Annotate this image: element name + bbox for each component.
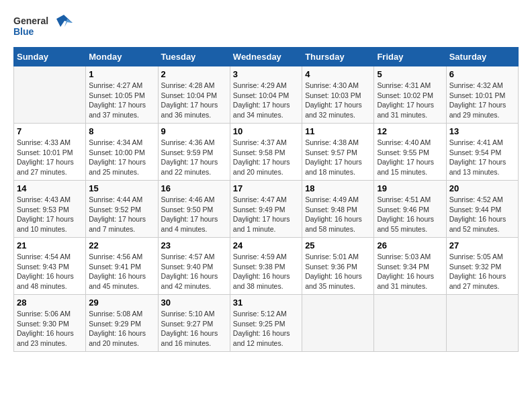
calendar-cell: 6Sunrise: 4:32 AM Sunset: 10:01 PM Dayli… [446,66,518,124]
calendar-cell: 13Sunrise: 4:41 AM Sunset: 9:54 PM Dayli… [446,124,518,181]
day-number: 1 [89,69,154,79]
day-number: 27 [449,240,515,250]
calendar-cell: 19Sunrise: 4:51 AM Sunset: 9:46 PM Dayli… [374,181,446,238]
day-number: 11 [305,126,371,136]
calendar-cell [302,295,374,352]
col-header-wednesday: Wednesday [230,48,302,66]
calendar-table: SundayMondayTuesdayWednesdayThursdayFrid… [13,47,519,352]
calendar-cell [374,295,446,352]
svg-text:Blue: Blue [13,26,34,37]
day-info: Sunrise: 4:33 AM Sunset: 10:01 PM Daylig… [17,138,83,177]
day-number: 23 [161,240,227,250]
day-number: 28 [17,298,83,308]
day-number: 6 [449,69,515,79]
calendar-cell: 1Sunrise: 4:27 AM Sunset: 10:05 PM Dayli… [86,66,158,124]
day-info: Sunrise: 4:44 AM Sunset: 9:52 PM Dayligh… [89,195,154,234]
calendar-cell: 31Sunrise: 5:12 AM Sunset: 9:25 PM Dayli… [230,295,302,352]
calendar-cell: 8Sunrise: 4:34 AM Sunset: 10:00 PM Dayli… [86,124,158,181]
calendar-cell: 20Sunrise: 4:52 AM Sunset: 9:44 PM Dayli… [446,181,518,238]
day-info: Sunrise: 4:34 AM Sunset: 10:00 PM Daylig… [89,138,154,177]
day-number: 8 [89,126,154,136]
day-info: Sunrise: 4:49 AM Sunset: 9:48 PM Dayligh… [305,195,371,234]
day-number: 14 [17,183,83,193]
calendar-cell: 5Sunrise: 4:31 AM Sunset: 10:02 PM Dayli… [374,66,446,124]
day-info: Sunrise: 4:47 AM Sunset: 9:49 PM Dayligh… [233,195,299,234]
day-number: 7 [17,126,83,136]
calendar-cell: 15Sunrise: 4:44 AM Sunset: 9:52 PM Dayli… [86,181,158,238]
svg-text:General: General [13,15,48,26]
day-number: 29 [89,298,154,308]
day-number: 10 [233,126,299,136]
calendar-cell: 24Sunrise: 4:59 AM Sunset: 9:38 PM Dayli… [230,238,302,295]
col-header-tuesday: Tuesday [158,48,230,66]
calendar-cell: 26Sunrise: 5:03 AM Sunset: 9:34 PM Dayli… [374,238,446,295]
day-number: 19 [377,183,443,193]
col-header-friday: Friday [374,48,446,66]
day-info: Sunrise: 4:51 AM Sunset: 9:46 PM Dayligh… [377,195,443,234]
calendar-cell: 27Sunrise: 5:05 AM Sunset: 9:32 PM Dayli… [446,238,518,295]
day-number: 30 [161,298,227,308]
day-info: Sunrise: 4:41 AM Sunset: 9:54 PM Dayligh… [449,138,515,177]
day-info: Sunrise: 4:37 AM Sunset: 9:58 PM Dayligh… [233,138,299,177]
calendar-cell: 21Sunrise: 4:54 AM Sunset: 9:43 PM Dayli… [14,238,86,295]
col-header-sunday: Sunday [14,48,86,66]
day-info: Sunrise: 4:43 AM Sunset: 9:53 PM Dayligh… [17,195,83,234]
day-number: 17 [233,183,299,193]
calendar-cell: 7Sunrise: 4:33 AM Sunset: 10:01 PM Dayli… [14,124,86,181]
day-info: Sunrise: 4:30 AM Sunset: 10:03 PM Daylig… [305,81,371,120]
day-number: 15 [89,183,154,193]
day-number: 9 [161,126,227,136]
calendar-cell [14,66,86,124]
day-info: Sunrise: 5:12 AM Sunset: 9:25 PM Dayligh… [233,309,299,349]
calendar-cell: 17Sunrise: 4:47 AM Sunset: 9:49 PM Dayli… [230,181,302,238]
day-info: Sunrise: 4:28 AM Sunset: 10:04 PM Daylig… [161,81,227,120]
day-number: 4 [305,69,371,79]
svg-marker-2 [56,15,73,27]
day-info: Sunrise: 4:52 AM Sunset: 9:44 PM Dayligh… [449,195,515,234]
day-number: 24 [233,240,299,250]
day-number: 13 [449,126,515,136]
day-info: Sunrise: 4:59 AM Sunset: 9:38 PM Dayligh… [233,252,299,291]
col-header-saturday: Saturday [446,48,518,66]
calendar-cell: 9Sunrise: 4:36 AM Sunset: 9:59 PM Daylig… [158,124,230,181]
day-number: 20 [449,183,515,193]
day-info: Sunrise: 4:29 AM Sunset: 10:04 PM Daylig… [233,81,299,120]
day-number: 21 [17,240,83,250]
calendar-cell [446,295,518,352]
calendar-cell: 18Sunrise: 4:49 AM Sunset: 9:48 PM Dayli… [302,181,374,238]
day-number: 16 [161,183,227,193]
day-number: 26 [377,240,443,250]
calendar-cell: 3Sunrise: 4:29 AM Sunset: 10:04 PM Dayli… [230,66,302,124]
day-info: Sunrise: 5:03 AM Sunset: 9:34 PM Dayligh… [377,252,443,291]
day-info: Sunrise: 4:57 AM Sunset: 9:40 PM Dayligh… [161,252,227,291]
day-info: Sunrise: 4:56 AM Sunset: 9:41 PM Dayligh… [89,252,154,291]
calendar-cell: 11Sunrise: 4:38 AM Sunset: 9:57 PM Dayli… [302,124,374,181]
calendar-cell: 22Sunrise: 4:56 AM Sunset: 9:41 PM Dayli… [86,238,158,295]
calendar-cell: 12Sunrise: 4:40 AM Sunset: 9:55 PM Dayli… [374,124,446,181]
day-info: Sunrise: 4:46 AM Sunset: 9:50 PM Dayligh… [161,195,227,234]
calendar-cell: 4Sunrise: 4:30 AM Sunset: 10:03 PM Dayli… [302,66,374,124]
calendar-cell: 10Sunrise: 4:37 AM Sunset: 9:58 PM Dayli… [230,124,302,181]
day-info: Sunrise: 5:01 AM Sunset: 9:36 PM Dayligh… [305,252,371,291]
col-header-thursday: Thursday [302,48,374,66]
calendar-cell: 23Sunrise: 4:57 AM Sunset: 9:40 PM Dayli… [158,238,230,295]
day-number: 22 [89,240,154,250]
day-info: Sunrise: 4:54 AM Sunset: 9:43 PM Dayligh… [17,252,83,291]
day-info: Sunrise: 5:06 AM Sunset: 9:30 PM Dayligh… [17,309,83,349]
calendar-cell: 2Sunrise: 4:28 AM Sunset: 10:04 PM Dayli… [158,66,230,124]
day-info: Sunrise: 4:32 AM Sunset: 10:01 PM Daylig… [449,81,515,120]
calendar-cell: 29Sunrise: 5:08 AM Sunset: 9:29 PM Dayli… [86,295,158,352]
day-number: 18 [305,183,371,193]
calendar-cell: 30Sunrise: 5:10 AM Sunset: 9:27 PM Dayli… [158,295,230,352]
calendar-cell: 14Sunrise: 4:43 AM Sunset: 9:53 PM Dayli… [14,181,86,238]
day-info: Sunrise: 5:08 AM Sunset: 9:29 PM Dayligh… [89,309,154,349]
day-number: 2 [161,69,227,79]
day-info: Sunrise: 5:10 AM Sunset: 9:27 PM Dayligh… [161,309,227,349]
day-info: Sunrise: 4:38 AM Sunset: 9:57 PM Dayligh… [305,138,371,177]
col-header-monday: Monday [86,48,158,66]
calendar-cell: 28Sunrise: 5:06 AM Sunset: 9:30 PM Dayli… [14,295,86,352]
calendar-cell: 16Sunrise: 4:46 AM Sunset: 9:50 PM Dayli… [158,181,230,238]
day-number: 12 [377,126,443,136]
day-info: Sunrise: 4:27 AM Sunset: 10:05 PM Daylig… [89,81,154,120]
day-info: Sunrise: 4:40 AM Sunset: 9:55 PM Dayligh… [377,138,443,177]
